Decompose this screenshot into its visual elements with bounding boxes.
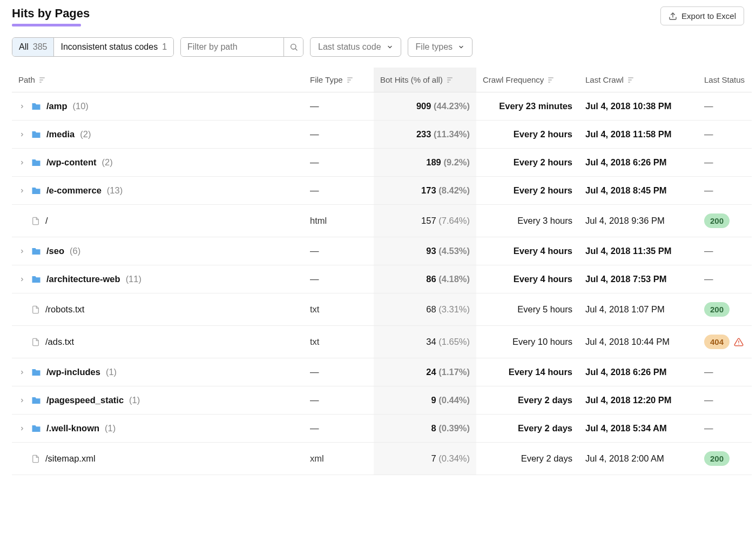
hits-table: Path File Type Bot Hits (% of all) Crawl [12, 68, 752, 475]
status-dash: — [704, 129, 713, 139]
table-row[interactable]: /amp (10)—909 (44.23%)Every 23 minutesJu… [12, 92, 752, 121]
file-types-dropdown[interactable]: File types [408, 37, 473, 57]
col-label: Path [18, 75, 35, 84]
expand-chevron-icon[interactable] [18, 277, 26, 282]
export-to-excel-button[interactable]: Export to Excel [660, 6, 744, 25]
col-header-last-crawl[interactable]: Last Crawl [579, 68, 698, 92]
table-row[interactable]: /media (2)—233 (11.34%)Every 2 hoursJul … [12, 121, 752, 149]
cell-bot-hits: 34 (1.65%) [374, 326, 476, 358]
cell-crawl-frequency: Every 23 minutes [476, 92, 579, 121]
table-row[interactable]: /html157 (7.64%)Every 3 hoursJul 4, 2018… [12, 205, 752, 237]
expand-chevron-icon[interactable] [18, 398, 26, 403]
table-row[interactable]: /architecture-web (11)—86 (4.18%)Every 4… [12, 265, 752, 293]
cell-file-type: xml [303, 443, 374, 475]
path-text: /robots.txt [45, 304, 84, 315]
folder-icon [31, 158, 41, 168]
table-row[interactable]: /wp-content (2)—189 (9.2%)Every 2 hoursJ… [12, 149, 752, 177]
cell-crawl-frequency: Every 10 hours [476, 326, 579, 358]
export-label: Export to Excel [681, 11, 736, 21]
segment-all-label: All [19, 42, 29, 52]
segment-all-count: 385 [33, 42, 48, 52]
col-header-path[interactable]: Path [12, 68, 303, 92]
sort-icon [548, 77, 554, 83]
hits-number: 8 [431, 423, 436, 433]
hits-number: 173 [421, 185, 436, 195]
expand-chevron-icon[interactable] [18, 104, 26, 109]
status-dash: — [704, 423, 713, 433]
cell-last-status: 404 [698, 326, 752, 358]
folder-icon [31, 186, 41, 196]
folder-icon [31, 275, 41, 284]
path-count: (11) [126, 274, 141, 284]
cell-file-type: — [303, 386, 374, 415]
table-row[interactable]: /.well-known (1)—8 (0.39%)Every 2 daysJu… [12, 415, 752, 443]
path-text: /media [46, 129, 75, 139]
hits-number: 24 [426, 367, 436, 377]
col-header-last-status[interactable]: Last Status [698, 68, 752, 92]
last-status-code-dropdown[interactable]: Last status code [310, 37, 401, 57]
sort-icon [628, 77, 633, 83]
hits-percent: (11.34%) [434, 129, 470, 139]
cell-bot-hits: 157 (7.64%) [374, 205, 476, 237]
table-row[interactable]: /sitemap.xmlxml7 (0.34%)Every 2 daysJul … [12, 443, 752, 475]
table-row[interactable]: /ads.txttxt34 (1.65%)Every 10 hoursJul 4… [12, 326, 752, 358]
cell-last-status: — [698, 121, 752, 149]
col-header-bot-hits[interactable]: Bot Hits (% of all) [374, 68, 476, 92]
col-header-file-type[interactable]: File Type [303, 68, 374, 92]
path-text: /.well-known [46, 423, 99, 433]
cell-file-type: html [303, 205, 374, 237]
cell-last-status: 200 [698, 443, 752, 475]
search-input[interactable] [181, 38, 284, 56]
dd-filetype-label: File types [416, 42, 453, 52]
search-wrap [180, 37, 303, 57]
cell-crawl-frequency: Every 2 days [476, 415, 579, 443]
folder-icon [31, 368, 41, 377]
svg-line-2 [295, 49, 297, 50]
page-title: Hits by Pages [12, 6, 744, 21]
cell-last-crawl: Jul 4, 2018 6:26 PM [579, 149, 698, 177]
col-label: File Type [310, 75, 343, 84]
segment-inconsistent-label: Inconsistent status codes [60, 42, 158, 52]
hits-percent: (1.17%) [438, 367, 470, 377]
cell-bot-hits: 9 (0.44%) [374, 386, 476, 415]
cell-last-status: — [698, 386, 752, 415]
hits-number: 86 [426, 274, 436, 284]
segment-all[interactable]: All 385 [12, 38, 53, 56]
table-row[interactable]: /robots.txttxt68 (3.31%)Every 5 hoursJul… [12, 293, 752, 326]
cell-last-status: — [698, 177, 752, 205]
search-button[interactable] [284, 38, 303, 56]
col-header-crawl-freq[interactable]: Crawl Frequency [476, 68, 579, 92]
cell-last-status: — [698, 265, 752, 293]
table-row[interactable]: /seo (6)—93 (4.53%)Every 4 hoursJul 4, 2… [12, 237, 752, 265]
col-label: Crawl Frequency [483, 75, 544, 84]
cell-file-type: — [303, 415, 374, 443]
status-dash: — [704, 185, 713, 195]
path-text: /wp-content [46, 157, 97, 168]
cell-crawl-frequency: Every 2 days [476, 443, 579, 475]
cell-crawl-frequency: Every 5 hours [476, 293, 579, 326]
cell-last-status: — [698, 149, 752, 177]
path-count: (10) [73, 101, 89, 111]
cell-crawl-frequency: Every 2 hours [476, 121, 579, 149]
cell-crawl-frequency: Every 2 hours [476, 177, 579, 205]
table-row[interactable]: /wp-includes (1)—24 (1.17%)Every 14 hour… [12, 358, 752, 386]
cell-file-type: — [303, 237, 374, 265]
path-text: /seo [46, 246, 64, 256]
hits-number: 93 [426, 246, 436, 256]
cell-last-status: — [698, 237, 752, 265]
expand-chevron-icon[interactable] [18, 132, 26, 137]
path-count: (2) [102, 157, 113, 168]
expand-chevron-icon[interactable] [18, 370, 26, 375]
segment-inconsistent[interactable]: Inconsistent status codes 1 [53, 38, 173, 56]
cell-last-status: — [698, 92, 752, 121]
path-count: (6) [70, 246, 80, 256]
cell-last-crawl: Jul 4, 2018 6:26 PM [579, 358, 698, 386]
expand-chevron-icon[interactable] [18, 249, 26, 254]
expand-chevron-icon[interactable] [18, 426, 26, 431]
expand-chevron-icon[interactable] [18, 188, 26, 193]
folder-icon [31, 130, 41, 139]
table-row[interactable]: /pagespeed_static (1)—9 (0.44%)Every 2 d… [12, 386, 752, 415]
expand-chevron-icon[interactable] [18, 160, 26, 165]
hits-number: 157 [421, 216, 436, 225]
table-row[interactable]: /e-commerce (13)—173 (8.42%)Every 2 hour… [12, 177, 752, 205]
